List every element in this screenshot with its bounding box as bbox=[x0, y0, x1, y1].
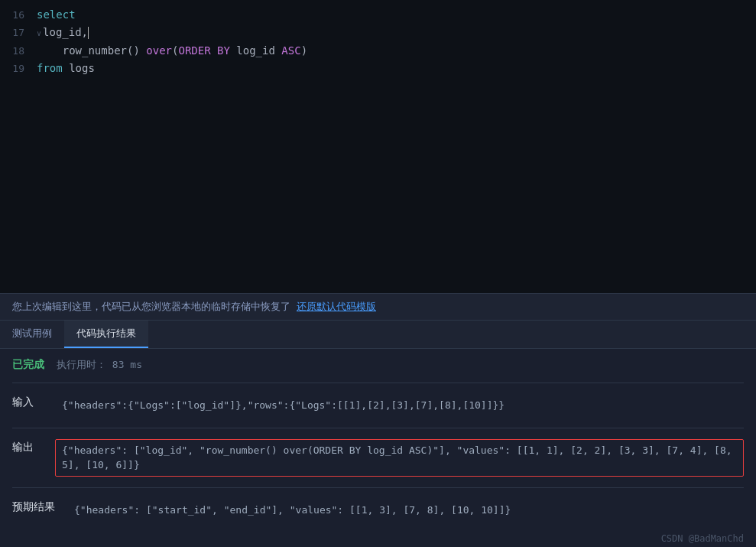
result-row-expected: 预期结果 {"headers": ["start_id", "end_id"],… bbox=[12, 499, 744, 522]
code-line-17: 17 ∨log_id, bbox=[0, 24, 756, 42]
input-value: {"headers":{"Logs":["log_id"]},"rows":{"… bbox=[55, 394, 744, 417]
line-17-content: ∨log_id, bbox=[37, 24, 89, 42]
tabs-bar: 测试用例 代码执行结果 bbox=[0, 320, 756, 349]
restore-link[interactable]: 还原默认代码模版 bbox=[297, 300, 376, 314]
line-number-19: 19 bbox=[0, 60, 37, 77]
results-area: 已完成 执行用时： 83 ms 输入 {"headers":{"Logs":["… bbox=[0, 349, 756, 530]
divider-3 bbox=[12, 487, 744, 488]
status-row: 已完成 执行用时： 83 ms bbox=[12, 358, 744, 372]
input-label: 输入 bbox=[12, 394, 43, 409]
expected-value: {"headers": ["start_id", "end_id"], "val… bbox=[67, 499, 744, 522]
code-editor[interactable]: 16 select 17 ∨log_id, 18 row_number() ov… bbox=[0, 0, 756, 293]
output-value: {"headers": ["log_id", "row_number() ove… bbox=[55, 439, 744, 477]
exec-time-label: 执行用时： 83 ms bbox=[57, 358, 142, 372]
tab-execution-results[interactable]: 代码执行结果 bbox=[64, 321, 148, 348]
line-number-17: 17 bbox=[0, 24, 37, 41]
result-row-output: 输出 {"headers": ["log_id", "row_number() … bbox=[12, 439, 744, 477]
notification-bar: 您上次编辑到这里，代码已从您浏览器本地的临时存储中恢复了 还原默认代码模版 bbox=[0, 293, 756, 320]
code-content: 16 select 17 ∨log_id, 18 row_number() ov… bbox=[0, 3, 756, 293]
expected-label: 预期结果 bbox=[12, 499, 55, 514]
status-done: 已完成 bbox=[12, 358, 44, 372]
code-line-18: 18 row_number() over(ORDER BY log_id ASC… bbox=[0, 42, 756, 60]
line-number-18: 18 bbox=[0, 43, 37, 60]
divider-1 bbox=[12, 383, 744, 383]
result-row-input: 输入 {"headers":{"Logs":["log_id"]},"rows"… bbox=[12, 394, 744, 417]
output-label: 输出 bbox=[12, 439, 43, 454]
line-18-content: row_number() over(ORDER BY log_id ASC) bbox=[37, 42, 307, 59]
attribution: CSDN @BadManChd bbox=[0, 530, 756, 547]
notification-text: 您上次编辑到这里，代码已从您浏览器本地的临时存储中恢复了 bbox=[12, 300, 290, 314]
code-line-16: 16 select bbox=[0, 6, 756, 24]
line-16-content: select bbox=[37, 6, 76, 23]
line-number-16: 16 bbox=[0, 7, 37, 24]
code-line-19: 19 from logs bbox=[0, 60, 756, 77]
line-19-content: from logs bbox=[37, 60, 95, 77]
tab-test-cases[interactable]: 测试用例 bbox=[0, 321, 64, 348]
divider-2 bbox=[12, 428, 744, 428]
